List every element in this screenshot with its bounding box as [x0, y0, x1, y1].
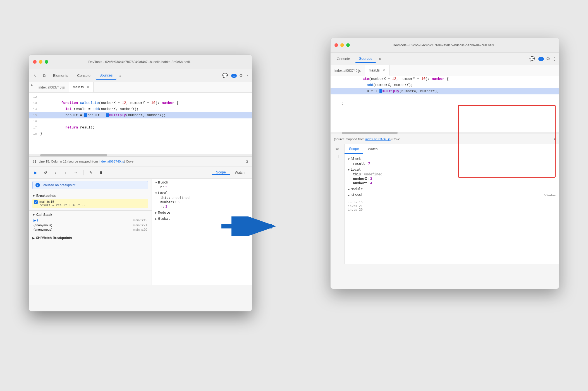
front-min-btn[interactable] [39, 60, 42, 64]
back-scope-tab-scope[interactable]: Scope [345, 144, 363, 154]
back-cs-ref-1: in.ts:15 [348, 201, 556, 204]
callstack-item-anon1[interactable]: (anonymous) main.ts:21 [32, 223, 148, 227]
front-scope-item-n: n: 5 [155, 185, 248, 189]
front-scope-tab-scope[interactable]: Scope [212, 170, 230, 175]
back-global-title[interactable]: ▶ Global Window [348, 193, 556, 198]
back-title: DevTools - 62c6b934c4b7f676049af4b7--buc… [393, 43, 497, 47]
front-gear-icon[interactable]: ⚙ [239, 73, 243, 78]
front-tab-elements[interactable]: Elements [49, 72, 72, 79]
front-file-tab-main[interactable]: main.ts ✕ [69, 82, 94, 92]
front-scope-item-numberY: numberY: 3 [155, 200, 248, 204]
back-tab-console[interactable]: Console [333, 55, 354, 63]
back-toolbar: Console Sources » 💬 1 ⚙ ⋮ [331, 53, 559, 65]
front-scope-group-module: ▶ Module [155, 210, 248, 215]
back-toolbar-right: 💬 1 ⚙ ⋮ [529, 56, 557, 61]
breakpoints-label: Breakpoints [36, 194, 56, 198]
edit-icon[interactable]: ✏ [336, 146, 339, 152]
devtools-back-window: DevTools - 62c6b934c4b7f676049af4b7--buc… [330, 38, 559, 289]
front-module-title[interactable]: ▶ Module [155, 210, 248, 215]
back-main-close[interactable]: ✕ [383, 68, 385, 72]
front-close-btn[interactable] [33, 60, 37, 64]
front-block-title[interactable]: ▼ Block [155, 180, 248, 185]
front-source-link[interactable]: index.af063740.js [99, 160, 124, 163]
front-scope-content: ▼ Block n: 5 ▼ Local [152, 179, 252, 225]
front-main-close[interactable]: ✕ [87, 85, 89, 89]
resume-btn[interactable]: ▶ [32, 169, 39, 176]
pause-exceptions-btn[interactable]: ⏸ [97, 169, 105, 176]
max-btn[interactable] [346, 43, 350, 47]
front-code-area: 12 13 function calculate(numberX = 12, n… [29, 93, 252, 154]
front-status-braces: {} [32, 159, 36, 163]
front-global-val: Window [237, 217, 248, 221]
back-scope-tab-watch[interactable]: Watch [363, 144, 382, 154]
step-btn[interactable]: → [72, 169, 79, 176]
front-scope-tab-watch[interactable]: Watch [230, 170, 249, 175]
back-block-title[interactable]: ▼ Block [348, 156, 556, 161]
back-tab-more[interactable]: » [377, 56, 383, 62]
front-tab-console[interactable]: Console [73, 72, 94, 79]
back-module-title[interactable]: ▶ Module [348, 187, 556, 192]
back-cs-ref-3: in.ts:20 [348, 208, 556, 211]
front-scope-item-this: this: undefined [155, 196, 248, 200]
back-status-text: (source mapped from index.af063740.js) C… [334, 137, 400, 141]
back-scope-item-numberY: numberY: 4 [348, 181, 556, 185]
front-code-line-15: 15 result = result + multiply(numberX, n… [29, 112, 252, 118]
front-file-tab-index[interactable]: index.af063740.js [35, 82, 69, 92]
min-btn[interactable] [340, 43, 344, 47]
back-source-link[interactable]: index.af063740.js [365, 137, 391, 141]
back-tab-sources[interactable]: Sources [355, 55, 376, 63]
toggle-icon[interactable]: ⊻ [553, 137, 556, 141]
back-cs-ref-2: in.ts:21 [348, 204, 556, 208]
front-toggle-icon[interactable]: ⊻ [246, 159, 248, 163]
front-scope-item-r: r: 2 [155, 204, 248, 209]
pause-icon[interactable]: ⏸ [335, 154, 340, 159]
callstack-item-f[interactable]: ▶f main.ts:15 [32, 218, 148, 223]
back-scope-content: ▼ Block result: 7 ▼ Local [345, 154, 559, 214]
callstack-section: ▼ Call Stack ▶f main.ts:15 (anonymous) m… [29, 210, 152, 234]
front-bottom-panel: i Paused on breakpoint ▼ Breakpoints ✓ m… [29, 179, 252, 285]
step-over-btn[interactable]: ↺ [42, 169, 49, 176]
back-scrollbar-thumb[interactable] [342, 132, 398, 134]
chat-icon: 💬 [529, 56, 535, 61]
front-tab-sources[interactable]: Sources [95, 71, 117, 80]
front-local-title[interactable]: ▼ Local [155, 190, 248, 196]
back-scope-group-module: ▶ Module [348, 187, 556, 192]
front-chat-icon: 💬 [222, 73, 228, 78]
back-file-tab-index[interactable]: index.af063740.js [331, 65, 365, 76]
front-sidebar-toggle[interactable]: ▶ [29, 82, 35, 88]
gear-icon[interactable]: ⚙ [546, 56, 550, 61]
back-scrollbar[interactable] [331, 132, 559, 134]
front-tab-more[interactable]: » [118, 72, 123, 79]
close-btn[interactable] [334, 43, 338, 47]
back-code-area: ate(numberX = 12, numberY = 10): number … [331, 76, 559, 132]
breakpoints-title[interactable]: ▼ Breakpoints [32, 194, 148, 198]
front-layers-btn[interactable]: ⧉ [40, 72, 48, 80]
step-into-btn[interactable]: ↓ [52, 169, 59, 176]
back-local-title[interactable]: ▼ Local [348, 167, 556, 172]
front-global-title[interactable]: ▶ Global Window [155, 216, 248, 221]
front-pointer-btn[interactable]: ↖ [31, 72, 39, 80]
back-code-line-5: ; [331, 101, 559, 107]
callstack-title[interactable]: ▼ Call Stack [32, 213, 148, 217]
more-icon[interactable]: ⋮ [552, 56, 557, 61]
front-max-btn[interactable] [45, 60, 48, 64]
breakpoints-section: ▼ Breakpoints ✓ main.ts:15 result = resu… [29, 192, 152, 210]
paused-section: i Paused on breakpoint [29, 179, 152, 192]
back-global-label: Global [351, 193, 363, 197]
callstack-item-anon2[interactable]: (anonymous) main.ts:20 [32, 227, 148, 232]
step-out-btn[interactable]: ↑ [62, 169, 69, 176]
back-files-tabbar: index.af063740.js main.ts ✕ [331, 65, 559, 76]
front-scrollbar[interactable] [29, 154, 252, 156]
edit-breakpoints-btn[interactable]: ✎ [87, 169, 95, 176]
bp-file-1: main.ts:15 [39, 200, 86, 203]
front-scrollbar-thumb[interactable] [40, 154, 107, 156]
xhr-title[interactable]: ▶ XHR/fetch Breakpoints [32, 236, 148, 240]
back-block-label: Block [351, 157, 361, 161]
back-file-tab-main[interactable]: main.ts ✕ [365, 65, 389, 76]
front-more-icon[interactable]: ⋮ [245, 73, 250, 78]
front-title: DevTools - 62c6b934c4b7f676049af4b7--buc… [89, 60, 193, 64]
bp-checkbox-1[interactable]: ✓ [34, 200, 38, 204]
front-statusbar-right: ⊻ [246, 159, 248, 163]
callstack-label: Call Stack [36, 213, 52, 217]
front-main-filename: main.ts [73, 85, 84, 89]
